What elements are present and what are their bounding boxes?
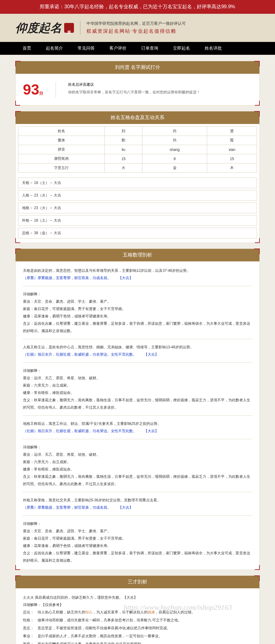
nav-order[interactable]: 订单查询: [134, 42, 166, 55]
table-cell: 繁体: [18, 136, 105, 145]
sancai-label: 总论：: [23, 608, 38, 616]
table-cell: 賢: [207, 136, 257, 145]
grid-row: 总格→ 38（金）→ 大吉: [18, 228, 257, 238]
sancai-card: 三才剖析 土火火 虽容易成功达到目的，但缺乏耐久力，谨防意外失败。【大吉】 详细…: [15, 575, 260, 644]
score-heading: 姓名总评及建议: [68, 82, 200, 87]
sancai-text: 恐有为应酬多或桃花运之事，夫妻发生意见冲突,自己应有所节制。: [38, 640, 145, 644]
sancai-row: 意志：意志坚定，不被世俗所迷惑，但耐性不佳做事容易冲动,难以把几件事情同时完成。: [23, 624, 252, 632]
header-text: 中华国学研究院推荐的起名网，近百万客户一致好评认可 权威资深起名网站·专业起名值…: [86, 20, 186, 36]
section-line: 含义：秋草逢霜之象，脆弱无力，骨肉离散，孤独生涯，百事不如意，徒劳无功，懦弱病弱…: [23, 396, 252, 411]
table-cell: 15: [105, 154, 142, 163]
section-label: 详细解释：: [23, 520, 252, 527]
sancai-text: 待人热心又积极，缺乏持久的恒心，为人诚实直率，乐于解决别人的困难，容易忘记别人的…: [38, 608, 195, 616]
sancai-row: 事业：是白手成家的人才，凡事不必太勤劳，顺其自然发展，一定可创出一番事业。: [23, 632, 252, 640]
section-line: 含义：反凶化吉象，位尊望重，建立基业，雅量厚重，足智多谋，善于协调，所谋如意，家…: [23, 549, 252, 564]
score-text: 姓名总评及建议 你的名字取得非常棒，若名字五行与八字喜用一致，会对您的运势有积极…: [68, 82, 200, 97]
sancai-text: 是白手成家的人才，凡事不必太勤劳，顺其自然发展，一定可创出一番事业。: [38, 632, 162, 640]
section-line: 家庭：六亲无力，自立成家。: [23, 382, 252, 389]
header-line1: 中华国学研究院推荐的起名网，近百万客户一致好评认可: [86, 20, 186, 27]
section-label: 详细解释：: [23, 290, 252, 298]
header-line2: 权威资深起名网站·专业起名值得信赖: [86, 27, 186, 36]
wuge-card: 姓名五格命盘及互动关系 姓名刘尚贤繁体劉尚賢拼音liushangxian康熙笔画…: [15, 111, 260, 243]
table-cell: 尚: [142, 136, 207, 145]
table-cell: 尚: [142, 127, 207, 136]
sancai-label: 事业：: [23, 632, 38, 640]
section-line: 含义：反凶化吉象，位尊望重，建立基业，雅量厚重，足智多谋，善于协调，所谋如意，家…: [23, 320, 252, 335]
table-cell: 康熙笔画: [18, 154, 105, 163]
table-cell: 字意五行: [18, 163, 105, 173]
section-line: 基业：远洋、天乙、君臣、将星、劫煞、破财。: [23, 374, 252, 382]
wuge-title: 姓名五格命盘及互动关系: [16, 111, 259, 124]
section-intro: 人格又称主运，是姓名的中心点，寓意性情、婚姻、兄弟姐妹、健康、情绪等，主要影响1…: [23, 343, 252, 351]
wuge-grids: 天格→ 16（土）→ 大吉人格→ 23（火）→ 大吉地格→ 23（火）→ 大吉外…: [16, 175, 259, 243]
wuge-table: 姓名刘尚贤繁体劉尚賢拼音liushangxian康熙笔画15815字意五行火金木: [18, 126, 257, 173]
grid-row: 外格→ 16（土）→ 大吉: [18, 215, 257, 226]
table-cell: 15: [207, 154, 257, 163]
nav-home[interactable]: 首页: [15, 42, 38, 55]
section-line: 健康：花草逢春，易弱于色情，戒慎者可望健康长寿。: [23, 313, 252, 320]
header: 仰度起名 官网 中华国学研究院推荐的起名网，近百万客户一致好评认可 权威资深起名…: [0, 14, 275, 42]
section-label: 详细解释：: [23, 444, 252, 451]
nav-reviews[interactable]: 客户评价: [102, 42, 134, 55]
section-intro: 天格是由姓决定的，寓意思想、智慧以及与长辈领导的关系，主要影响12岁以前，以及3…: [23, 267, 252, 274]
score-desc: 你的名字取得非常棒，若名字五行与八字喜用一致，会对您的运势有积极的促进！: [68, 90, 200, 95]
table-cell: xian: [207, 145, 257, 154]
sancai-text: 做事冲动而积极，成功失败常在一瞬间，凡事多加思考计划，培养耐力,可立于不败之地。: [38, 616, 182, 624]
table-cell: 火: [105, 163, 142, 173]
sancai-text: 意志坚定，不被世俗所迷惑，但耐性不佳做事容易冲动,难以把几件事情同时完成。: [38, 624, 170, 632]
section-intro: 地格又称前运，寓意工作运、财运、部属/子女/夫妻关系，主要影响25岁之前的运势。: [23, 420, 252, 427]
table-cell: 劉: [105, 136, 142, 145]
section-line: 基业：天官、贵命、豪杰、进田、学士、豪侠、基产。: [23, 298, 252, 305]
logo-seal: 官网: [64, 23, 74, 33]
shuli-body: 天格是由姓决定的，寓意思想、智慧以及与长辈领导的关系，主要影响12岁以前，以及3…: [16, 261, 259, 570]
shuli-card: 五格数理剖析 天格是由姓决定的，寓意思想、智慧以及与长辈领导的关系，主要影响12…: [15, 249, 260, 570]
sancai-summary: 土火火 虽容易成功达到目的，但缺乏耐久力，谨防意外失败。【大吉】: [23, 594, 252, 601]
table-cell: liu: [105, 145, 142, 154]
sancai-title: 三才剖析: [16, 576, 259, 588]
header-divider: [80, 21, 80, 35]
section-line: 健康：花草逢春，易弱于色情，戒慎者可望健康长寿。: [23, 542, 252, 549]
sancai-row: 家庭：恐有为应酬多或桃花运之事，夫妻发生意见冲突,自己应有所节制。: [23, 640, 252, 644]
sancai-label: 性格：: [23, 616, 38, 624]
grid-row: 地格→ 23（火）→ 大吉: [18, 203, 257, 213]
shuli-title: 五格数理剖析: [16, 249, 259, 261]
sancai-body: 土火火 虽容易成功达到目的，但缺乏耐久力，谨防意外失败。【大吉】 详细解释：【仅…: [16, 588, 259, 644]
section-fortune: （壮丽）旭日东升，壮丽壮观，权威旺盛，功名荣达。女性不宜此数。 【大吉】: [23, 351, 252, 358]
section-line: 家庭：春日花开，可望家庭圆满。男子有贤妻，女子不宜早婚。: [23, 305, 252, 313]
score-title: 刘尚贤 名字测试打分: [16, 61, 259, 74]
top-banner: 郑重承诺：30年八字起名经验，起名专业权威，已为近十万名宝宝起名，好评率高达99…: [0, 0, 275, 14]
section-fortune: （厚重）厚重载德，安富尊荣，财官双美，功成名就。 【大吉】: [23, 504, 252, 511]
section-line: 健康：常有暗疾，难医或短命。: [23, 389, 252, 396]
table-cell: 姓名: [18, 127, 105, 136]
table-cell: 贤: [207, 127, 257, 136]
logo: 仰度起名 官网: [15, 20, 74, 36]
section-line: 家庭：六亲无力，自立成家。: [23, 458, 252, 466]
table-cell: 金: [142, 163, 207, 173]
section-line: 含义：秋草逢霜之象，脆弱无力，骨肉离散，孤独生涯，百事不如意，徒劳无功，懦弱病弱…: [23, 473, 252, 488]
section-fortune: （壮丽）旭日东升，壮丽壮观，权威旺盛，功名荣达。女性不宜此数。 【大吉】: [23, 427, 252, 435]
section-line: 健康：常有暗疾，难医或短命。: [23, 466, 252, 473]
table-cell: 拼音: [18, 145, 105, 154]
sancai-detail-label: 详细解释：【仅供参考】: [23, 601, 252, 608]
table-cell: 8: [142, 154, 207, 163]
nav-faq[interactable]: 常见问答: [70, 42, 102, 55]
section-line: 基业：远洋、天乙、君臣、将星、劫煞、破财。: [23, 451, 252, 458]
nav-intro[interactable]: 起名简介: [38, 42, 70, 55]
nav: 首页 起名简介 常见问答 客户评价 订单查询 立即起名 姓名详批: [0, 42, 275, 55]
score-value: 93分: [23, 81, 43, 98]
table-cell: shang: [142, 145, 207, 154]
table-cell: 木: [207, 163, 257, 173]
sancai-row: 性格：做事冲动而积极，成功失败常在一瞬间，凡事多加思考计划，培养耐力,可立于不败…: [23, 616, 252, 624]
grid-row: 人格→ 23（火）→ 大吉: [18, 190, 257, 201]
score-card: 刘尚贤 名字测试打分 93分 姓名总评及建议 你的名字取得非常棒，若名字五行与八…: [15, 61, 260, 106]
section-fortune: （厚重）厚重载德，安富尊荣，财官双美，功成名就。 【大吉】: [23, 274, 252, 282]
section-line: 家庭：春日花开，可望家庭圆满。男子有贤妻，女子不宜早婚。: [23, 535, 252, 542]
sancai-label: 家庭：: [23, 640, 38, 644]
section-line: 基业：天官、贵命、豪杰、进田、学士、豪侠、基产。: [23, 527, 252, 535]
table-cell: 刘: [105, 127, 142, 136]
nav-detail[interactable]: 姓名详批: [197, 42, 229, 55]
nav-start[interactable]: 立即起名: [166, 42, 197, 55]
sancai-label: 意志：: [23, 624, 38, 632]
sancai-row: 总论：待人热心又积极，缺乏持久的恒心，为人诚实直率，乐于解决别人的困难，容易忘记…: [23, 608, 252, 616]
grid-row: 天格→ 16（土）→ 大吉: [18, 178, 257, 188]
